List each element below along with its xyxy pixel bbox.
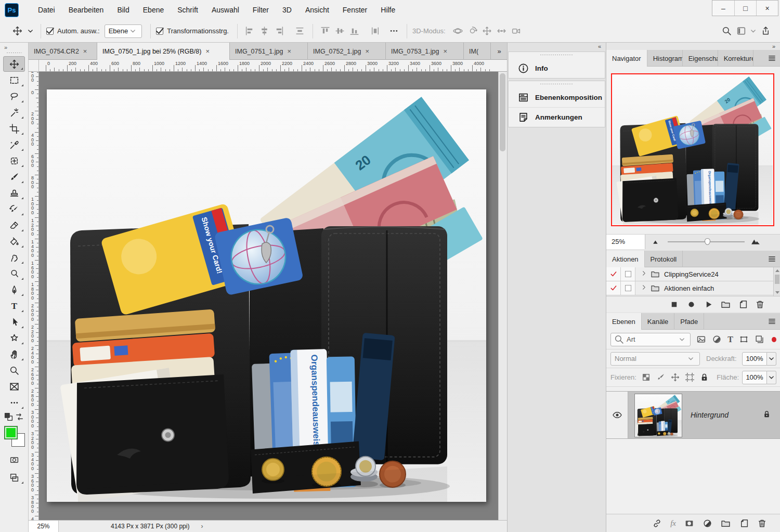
layer-thumbnail[interactable] bbox=[634, 394, 682, 437]
close-tab-icon[interactable]: × bbox=[287, 47, 291, 55]
distribute-horizontal-icon[interactable] bbox=[293, 24, 307, 38]
play-icon[interactable] bbox=[704, 300, 713, 309]
new-layer-icon[interactable] bbox=[739, 518, 749, 528]
close-button[interactable]: × bbox=[756, 1, 778, 16]
zoom-in-icon[interactable] bbox=[751, 237, 761, 246]
search-icon[interactable] bbox=[719, 24, 734, 38]
lock-position-icon[interactable] bbox=[670, 372, 680, 382]
document-tab-5[interactable]: IM( bbox=[464, 43, 491, 60]
tab-layers-menu-icon[interactable] bbox=[763, 313, 780, 329]
align-left-icon[interactable] bbox=[243, 24, 257, 38]
action-enabled-cell[interactable] bbox=[606, 267, 621, 281]
action-dialog-cell[interactable] bbox=[621, 281, 635, 295]
filter-adjustment-layers-icon[interactable] bbox=[712, 334, 722, 344]
action-enabled-cell[interactable] bbox=[606, 281, 621, 295]
canvas-vertical-scrollbar[interactable] bbox=[498, 72, 507, 520]
panel-group-grip[interactable] bbox=[540, 83, 574, 85]
frame-tool[interactable] bbox=[3, 379, 25, 394]
panel-group-grip[interactable] bbox=[540, 54, 574, 56]
blend-mode-dropdown[interactable]: Normal bbox=[610, 352, 700, 366]
hand-tool[interactable] bbox=[3, 346, 25, 362]
filter-type-layers-icon[interactable]: T bbox=[727, 335, 733, 344]
expand-chevron-icon[interactable] bbox=[641, 284, 647, 292]
lock-transparency-icon[interactable] bbox=[641, 372, 651, 382]
middle-dock-expand-toggle[interactable]: « bbox=[508, 43, 606, 50]
menu-item-9[interactable]: Fenster bbox=[336, 1, 374, 19]
workspace-chevron-icon[interactable] bbox=[748, 26, 758, 36]
pen-tool[interactable] bbox=[3, 282, 25, 297]
opacity-field[interactable]: 100% bbox=[742, 352, 776, 366]
filter-pixel-layers-icon[interactable] bbox=[696, 334, 706, 344]
menu-item-0[interactable]: Datei bbox=[31, 1, 62, 19]
menu-item-10[interactable]: Hilfe bbox=[374, 1, 402, 19]
filter-smart-objects-icon[interactable] bbox=[755, 334, 764, 344]
tab-navigator-1[interactable]: Histogramm bbox=[647, 50, 683, 67]
close-tab-icon[interactable]: × bbox=[83, 47, 87, 55]
new-action-icon[interactable] bbox=[738, 300, 748, 309]
navigator-zoom-field[interactable]: 25% bbox=[606, 235, 645, 249]
layer-name[interactable]: Hintergrund bbox=[691, 411, 729, 419]
tab-overflow-icon[interactable]: » bbox=[491, 43, 507, 59]
workspace-switcher-icon[interactable] bbox=[734, 24, 748, 38]
photoshop-logo-icon[interactable]: Ps bbox=[5, 3, 19, 17]
expand-chevron-icon[interactable] bbox=[641, 270, 647, 278]
align-top-icon[interactable] bbox=[318, 24, 333, 38]
right-dock-collapse-toggle[interactable]: » bbox=[606, 43, 780, 50]
document-tab-2[interactable]: IMG_0751_1.jpg× bbox=[230, 43, 308, 60]
marquee-tool[interactable] bbox=[3, 72, 25, 88]
align-middle-vertical-icon[interactable] bbox=[333, 24, 347, 38]
type-tool[interactable]: T bbox=[3, 298, 25, 314]
auto-select-dropdown[interactable]: Ebene bbox=[105, 24, 142, 38]
panel-button-1[interactable]: Ebenenkomposition bbox=[509, 87, 605, 107]
default-colors-icon[interactable] bbox=[4, 412, 14, 422]
filter-shape-layers-icon[interactable] bbox=[739, 334, 749, 344]
layer-style-button[interactable]: fx bbox=[670, 519, 676, 528]
menu-item-1[interactable]: Bearbeiten bbox=[62, 1, 111, 19]
ruler-corner[interactable] bbox=[29, 60, 39, 72]
tab-actions-menu-icon[interactable] bbox=[763, 251, 780, 267]
menu-item-7[interactable]: 3D bbox=[276, 1, 298, 19]
slide-3d-icon[interactable] bbox=[495, 24, 509, 38]
orbit-3d-icon[interactable] bbox=[451, 24, 465, 38]
tab-layers-1[interactable]: Kanäle bbox=[642, 313, 674, 330]
tab-actions-1[interactable]: Protokoll bbox=[645, 251, 683, 267]
align-right-icon[interactable] bbox=[272, 24, 287, 38]
delete-action-icon[interactable] bbox=[755, 300, 765, 309]
layer-filter-toggle[interactable] bbox=[772, 337, 776, 342]
navigator-zoom-slider[interactable] bbox=[668, 241, 745, 242]
current-tool-icon[interactable] bbox=[12, 26, 22, 36]
minimize-button[interactable]: – bbox=[712, 1, 734, 16]
maximize-button[interactable]: □ bbox=[734, 1, 756, 16]
tab-layers-0[interactable]: Ebenen bbox=[606, 313, 642, 330]
lock-pixels-icon[interactable] bbox=[656, 372, 666, 382]
healing-brush-tool[interactable] bbox=[3, 153, 25, 168]
tab-layers-2[interactable]: Pfade bbox=[674, 313, 704, 330]
menu-item-3[interactable]: Ebene bbox=[136, 1, 171, 19]
menu-item-5[interactable]: Auswahl bbox=[205, 1, 246, 19]
new-action-set-icon[interactable] bbox=[721, 300, 731, 309]
move-tool[interactable] bbox=[3, 56, 25, 72]
tab-navigator-0[interactable]: Navigator bbox=[606, 50, 647, 67]
layer-filter-search[interactable]: Art bbox=[610, 333, 691, 346]
more-align-options-icon[interactable] bbox=[387, 24, 401, 38]
link-layers-icon[interactable] bbox=[652, 518, 662, 528]
new-adjustment-layer-icon[interactable] bbox=[703, 518, 712, 528]
document-canvas[interactable] bbox=[47, 89, 486, 502]
menu-item-2[interactable]: Bild bbox=[110, 1, 136, 19]
quick-mask-button[interactable] bbox=[3, 452, 25, 468]
auto-select-checkbox[interactable] bbox=[46, 28, 54, 35]
panel-button-0[interactable]: Info bbox=[509, 58, 605, 78]
panel-button-2[interactable]: Anmerkungen bbox=[509, 107, 605, 127]
share-icon[interactable] bbox=[758, 24, 773, 38]
clone-stamp-tool[interactable] bbox=[3, 185, 25, 201]
record-icon[interactable] bbox=[686, 300, 696, 309]
vertical-ruler[interactable]: 2000200400600800100012001400160018002000… bbox=[29, 72, 39, 520]
tab-navigator-menu-icon[interactable] bbox=[763, 50, 780, 66]
brush-tool[interactable] bbox=[3, 169, 25, 185]
pan-3d-icon[interactable] bbox=[480, 24, 495, 38]
status-zoom-field[interactable]: 25% bbox=[29, 521, 59, 532]
eraser-tool[interactable] bbox=[3, 217, 25, 233]
layer-visibility-toggle[interactable] bbox=[606, 392, 628, 438]
document-tab-3[interactable]: IMG_0752_1.jpg× bbox=[308, 43, 386, 60]
document-tab-0[interactable]: IMG_0754.CR2× bbox=[29, 43, 97, 60]
